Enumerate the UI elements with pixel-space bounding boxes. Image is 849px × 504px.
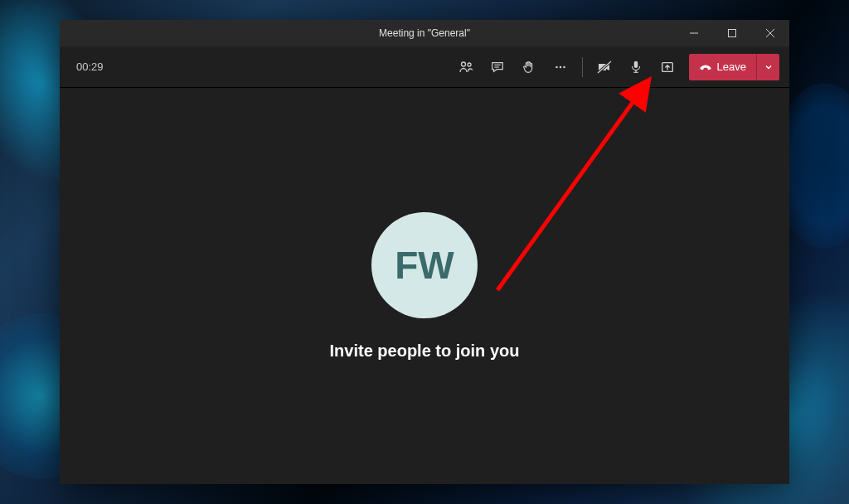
leave-button[interactable]: Leave [689, 54, 756, 80]
mic-icon [628, 60, 643, 75]
camera-toggle-button[interactable] [589, 52, 619, 82]
svg-rect-13 [633, 61, 638, 67]
meeting-window: Meeting in "General" 00:29 [60, 20, 789, 484]
window-title: Meeting in "General" [379, 27, 470, 39]
close-icon [766, 29, 774, 37]
svg-rect-1 [729, 30, 736, 37]
svg-point-9 [559, 65, 561, 68]
leave-options-button[interactable] [756, 54, 779, 80]
maximize-button[interactable] [713, 20, 751, 46]
more-actions-button[interactable] [546, 52, 575, 82]
maximize-icon [728, 29, 736, 37]
minimize-icon [690, 29, 698, 37]
camera-off-icon [596, 59, 613, 75]
call-timer: 00:29 [76, 61, 104, 73]
chat-button[interactable] [483, 52, 512, 82]
leave-button-label: Leave [717, 61, 746, 73]
toolbar-group-left [451, 52, 575, 82]
participant-avatar: FW [371, 212, 478, 318]
window-controls [675, 20, 789, 46]
share-icon [660, 60, 675, 75]
meeting-toolbar: 00:29 [60, 46, 789, 88]
svg-point-4 [461, 62, 465, 66]
participants-icon [458, 59, 474, 75]
toolbar-divider [582, 57, 583, 77]
close-button[interactable] [751, 20, 789, 46]
share-screen-button[interactable] [653, 52, 682, 82]
titlebar: Meeting in "General" [60, 20, 789, 46]
invite-prompt: Invite people to join you [330, 342, 520, 361]
raise-hand-icon [522, 60, 536, 75]
chat-icon [490, 60, 505, 75]
mic-toggle-button[interactable] [621, 52, 651, 82]
raise-hand-button[interactable] [514, 52, 544, 82]
svg-point-5 [468, 63, 471, 66]
avatar-initials: FW [395, 243, 454, 288]
participants-button[interactable] [451, 52, 481, 82]
minimize-button[interactable] [675, 20, 713, 46]
leave-button-group: Leave [689, 54, 779, 80]
svg-point-8 [555, 65, 558, 68]
hangup-icon [699, 61, 712, 74]
more-icon [553, 60, 568, 75]
chevron-down-icon [764, 63, 773, 71]
meeting-stage: FW Invite people to join you [60, 88, 789, 484]
toolbar-group-right [589, 52, 682, 82]
svg-point-10 [563, 65, 565, 68]
